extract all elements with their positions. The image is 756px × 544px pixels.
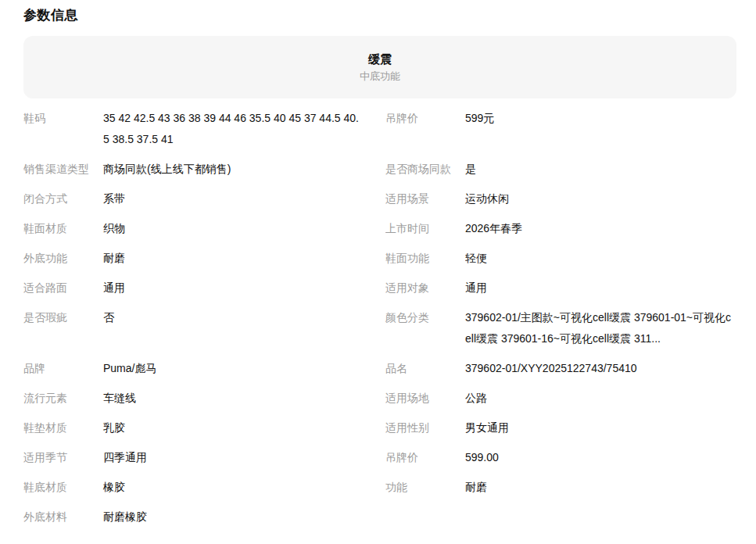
param-value: 耐磨 [465, 477, 736, 498]
param-cell-right: 鞋面功能 轻便 [385, 248, 736, 269]
param-label: 闭合方式 [23, 188, 103, 209]
param-cell-right: 颜色分类 379602-01/主图款~可视化cell缓震 379601-01~可… [385, 307, 736, 349]
param-label: 吊牌价 [385, 108, 465, 129]
param-row: 鞋垫材质 乳胶 适用性别 男女通用 [23, 417, 736, 438]
banner-title: 缓震 [368, 53, 392, 66]
param-value: 公路 [465, 388, 736, 409]
param-cell-left: 是否瑕疵 否 [23, 307, 385, 328]
param-value: 运动休闲 [465, 188, 736, 209]
param-row: 外底功能 耐磨 鞋面功能 轻便 [23, 248, 736, 269]
param-value: 乳胶 [103, 417, 364, 438]
param-value: 织物 [103, 218, 364, 239]
param-value: 379602-01/主图款~可视化cell缓震 379601-01~可视化cel… [465, 307, 736, 349]
param-row: 外底材料 耐磨橡胶 [23, 506, 736, 528]
param-label: 外底功能 [23, 248, 103, 269]
param-cell-left: 鞋底材质 橡胶 [23, 477, 385, 498]
param-label: 鞋码 [23, 108, 103, 129]
param-value: 耐磨橡胶 [103, 506, 364, 528]
param-row: 流行元素 车缝线 适用场地 公路 [23, 388, 736, 409]
param-cell-right: 适用性别 男女通用 [385, 417, 736, 438]
param-label: 适用场地 [385, 388, 465, 409]
param-label: 上市时间 [385, 218, 465, 239]
banner-subtitle: 中底功能 [360, 71, 400, 82]
param-label: 外底材料 [23, 506, 103, 528]
param-cell-left: 适合路面 通用 [23, 277, 385, 299]
param-value: 通用 [103, 277, 364, 299]
param-cell-right: 吊牌价 599元 [385, 108, 736, 129]
param-cell-right: 适用对象 通用 [385, 277, 736, 299]
param-label: 是否商场同款 [385, 159, 465, 180]
param-row: 闭合方式 系带 适用场景 运动休闲 [23, 188, 736, 209]
param-label: 适合路面 [23, 277, 103, 299]
param-cell-left: 外底材料 耐磨橡胶 [23, 506, 385, 528]
param-label: 颜色分类 [385, 307, 465, 328]
param-value: 系带 [103, 188, 364, 209]
param-label: 适用对象 [385, 277, 465, 299]
param-cell-left: 品牌 Puma/彪马 [23, 358, 385, 379]
param-label: 流行元素 [23, 388, 103, 409]
param-label: 鞋面材质 [23, 218, 103, 239]
param-row: 鞋底材质 橡胶 功能 耐磨 [23, 477, 736, 498]
param-row: 销售渠道类型 商场同款(线上线下都销售) 是否商场同款 是 [23, 159, 736, 180]
param-value: 599.00 [465, 447, 736, 468]
param-label: 鞋底材质 [23, 477, 103, 498]
param-label: 品名 [385, 358, 465, 379]
highlight-banner: 缓震 中底功能 [23, 36, 736, 98]
param-row: 适合路面 通用 适用对象 通用 [23, 277, 736, 299]
param-label: 适用季节 [23, 447, 103, 468]
param-value: 男女通用 [465, 417, 736, 438]
parameter-info-panel: 参数信息 缓震 中底功能 鞋码 35 42 42.5 43 36 38 39 4… [0, 0, 756, 528]
param-cell-right: 适用场地 公路 [385, 388, 736, 409]
param-label: 是否瑕疵 [23, 307, 103, 328]
param-cell-left: 鞋码 35 42 42.5 43 36 38 39 44 46 35.5 40 … [23, 108, 385, 150]
param-cell-left: 流行元素 车缝线 [23, 388, 385, 409]
param-cell-right: 上市时间 2026年春季 [385, 218, 736, 239]
param-label: 吊牌价 [385, 447, 465, 468]
param-row: 适用季节 四季通用 吊牌价 599.00 [23, 447, 736, 468]
param-value: 耐磨 [103, 248, 364, 269]
param-row: 是否瑕疵 否 颜色分类 379602-01/主图款~可视化cell缓震 3796… [23, 307, 736, 349]
param-cell-right: 功能 耐磨 [385, 477, 736, 498]
param-value: 四季通用 [103, 447, 364, 468]
param-value: 橡胶 [103, 477, 364, 498]
param-label: 品牌 [23, 358, 103, 379]
param-value: 是 [465, 159, 736, 180]
param-label: 适用场景 [385, 188, 465, 209]
param-cell-right: 适用场景 运动休闲 [385, 188, 736, 209]
param-label: 鞋垫材质 [23, 417, 103, 438]
param-value: 否 [103, 307, 364, 328]
param-row: 品牌 Puma/彪马 品名 379602-01/XYY2025122743/75… [23, 358, 736, 379]
param-value: 商场同款(线上线下都销售) [103, 159, 364, 180]
param-value: 轻便 [465, 248, 736, 269]
param-cell-left: 销售渠道类型 商场同款(线上线下都销售) [23, 159, 385, 180]
param-value: 通用 [465, 277, 736, 299]
param-cell-left: 鞋垫材质 乳胶 [23, 417, 385, 438]
param-cell-right: 吊牌价 599.00 [385, 447, 736, 468]
param-cell-left: 适用季节 四季通用 [23, 447, 385, 468]
param-label: 鞋面功能 [385, 248, 465, 269]
params-grid: 鞋码 35 42 42.5 43 36 38 39 44 46 35.5 40 … [23, 108, 736, 528]
param-cell-left: 闭合方式 系带 [23, 188, 385, 209]
param-value: 2026年春季 [465, 218, 736, 239]
param-cell-left: 外底功能 耐磨 [23, 248, 385, 269]
page-title: 参数信息 [23, 8, 736, 23]
param-cell-right: 品名 379602-01/XYY2025122743/75410 [385, 358, 736, 379]
param-cell-left: 鞋面材质 织物 [23, 218, 385, 239]
param-value: 车缝线 [103, 388, 364, 409]
param-value: 35 42 42.5 43 36 38 39 44 46 35.5 40 45 … [103, 108, 364, 150]
param-row: 鞋码 35 42 42.5 43 36 38 39 44 46 35.5 40 … [23, 108, 736, 150]
param-row: 鞋面材质 织物 上市时间 2026年春季 [23, 218, 736, 239]
param-label: 功能 [385, 477, 465, 498]
param-value: 599元 [465, 108, 736, 129]
param-value: Puma/彪马 [103, 358, 364, 379]
param-label: 销售渠道类型 [23, 159, 103, 180]
param-cell-right: 是否商场同款 是 [385, 159, 736, 180]
param-value: 379602-01/XYY2025122743/75410 [465, 358, 736, 379]
param-label: 适用性别 [385, 417, 465, 438]
